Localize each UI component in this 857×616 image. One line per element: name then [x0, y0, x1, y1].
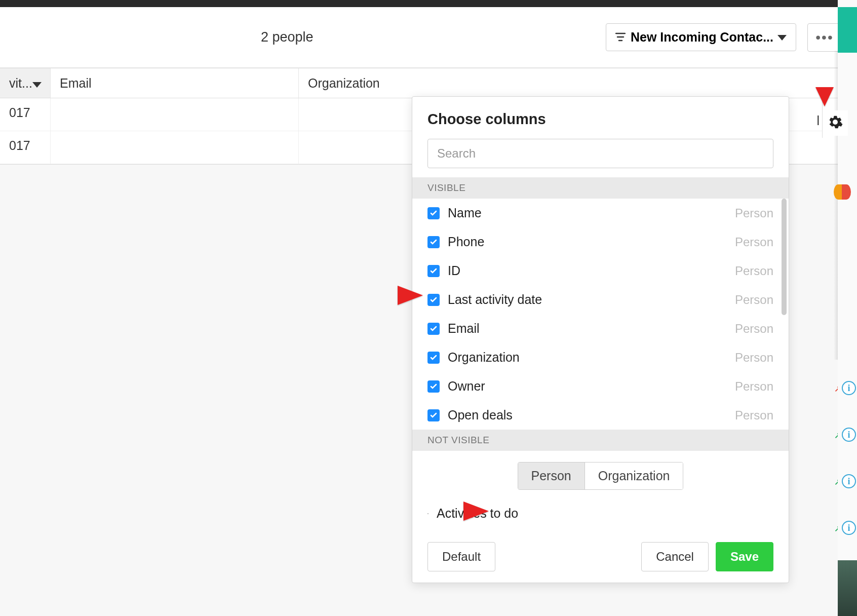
column-option-category: Person	[735, 408, 773, 422]
partial-column-header: l	[816, 113, 820, 128]
cell-activity: 017	[0, 98, 51, 131]
choose-columns-popover: Choose columns VISIBLE Name Person Phone…	[412, 96, 789, 583]
visible-columns-list: Name Person Phone Person ID Person Last …	[412, 199, 789, 430]
column-header-email[interactable]: Email	[51, 68, 299, 98]
checkbox-checked-icon[interactable]	[427, 265, 440, 277]
column-option-activities-to-do[interactable]: Activities to do	[412, 499, 789, 533]
table-header-row: vit... Email Organization	[0, 68, 857, 98]
column-option-label: Activities to do	[437, 506, 518, 521]
scrollbar[interactable]	[782, 199, 787, 315]
background-info-badge: i	[842, 381, 856, 426]
column-option-label: Organization	[448, 350, 735, 365]
filter-icon	[615, 30, 626, 45]
column-option-owner[interactable]: Owner Person	[412, 372, 789, 401]
popover-footer: Default Cancel Save	[412, 533, 789, 583]
entity-toggle-row: Person Organization	[412, 451, 789, 499]
column-option-label: ID	[448, 263, 735, 278]
column-option-category: Person	[735, 322, 773, 336]
column-option-label: Last activity date	[448, 292, 735, 307]
column-search-input[interactable]	[427, 139, 773, 168]
column-option-category: Person	[735, 379, 773, 394]
checkbox-checked-icon[interactable]	[427, 236, 440, 248]
column-option-label: Phone	[448, 235, 735, 249]
popover-title: Choose columns	[412, 97, 789, 139]
toggle-person[interactable]: Person	[518, 463, 585, 489]
annotation-arrow-id	[271, 283, 428, 308]
checkbox-checked-icon[interactable]	[427, 409, 440, 421]
columns-settings-button[interactable]	[823, 110, 848, 136]
background-info-badge: i	[842, 521, 856, 565]
section-visible-label: VISIBLE	[412, 177, 789, 199]
cancel-button[interactable]: Cancel	[641, 542, 709, 571]
background-red-dot	[842, 184, 851, 200]
column-option-name[interactable]: Name Person	[412, 199, 789, 227]
section-not-visible-label: NOT VISIBLE	[412, 430, 789, 451]
default-button[interactable]: Default	[427, 542, 495, 571]
column-option-label: Open deals	[448, 408, 735, 422]
column-option-category: Person	[735, 293, 773, 307]
chevron-down-icon	[32, 76, 42, 91]
checkbox-unchecked-icon[interactable]	[427, 513, 428, 514]
checkbox-checked-icon[interactable]	[427, 352, 440, 364]
save-button[interactable]: Save	[716, 542, 773, 571]
column-option-id[interactable]: ID Person	[412, 256, 789, 285]
cell-activity: 017	[0, 131, 51, 164]
top-bar	[0, 0, 857, 7]
gear-icon	[828, 114, 843, 132]
column-option-category: Person	[735, 351, 773, 365]
checkbox-checked-icon[interactable]	[427, 323, 440, 335]
checkbox-checked-icon[interactable]	[427, 207, 440, 219]
entity-toggle-group: Person Organization	[518, 462, 684, 490]
info-icon: i	[842, 428, 856, 442]
background-info-badge: i	[842, 474, 856, 519]
column-option-phone[interactable]: Phone Person	[412, 227, 789, 256]
background-image-fragment	[838, 560, 857, 616]
column-option-email[interactable]: Email Person	[412, 314, 789, 343]
column-option-organization[interactable]: Organization Person	[412, 343, 789, 372]
column-option-category: Person	[735, 235, 773, 249]
column-option-label: Name	[448, 206, 735, 220]
info-icon: i	[842, 474, 856, 488]
background-teal-block	[838, 7, 857, 53]
column-option-category: Person	[735, 264, 773, 278]
chevron-down-icon	[777, 31, 787, 43]
column-header-organization[interactable]: Organization	[299, 68, 857, 98]
info-icon: i	[842, 521, 856, 535]
column-header-activity[interactable]: vit...	[0, 68, 51, 98]
shadow-divider	[834, 51, 838, 360]
cell-email	[51, 131, 299, 164]
column-option-open-deals[interactable]: Open deals Person	[412, 401, 789, 430]
background-info-badge: i	[842, 428, 856, 472]
cell-email	[51, 98, 299, 131]
toggle-organization[interactable]: Organization	[585, 463, 683, 489]
column-option-label: Email	[448, 321, 735, 336]
column-option-category: Person	[735, 206, 773, 220]
checkbox-checked-icon[interactable]	[427, 380, 440, 393]
filter-label: New Incoming Contac...	[631, 30, 773, 45]
column-option-last-activity[interactable]: Last activity date Person	[412, 285, 789, 314]
people-count-label: 2 people	[261, 29, 314, 45]
filter-dropdown[interactable]: New Incoming Contac...	[606, 23, 796, 51]
column-option-label: Owner	[448, 379, 735, 394]
more-button[interactable]: •••	[807, 23, 842, 52]
info-icon: i	[842, 381, 856, 395]
more-icon: •••	[815, 29, 833, 46]
checkbox-checked-icon[interactable]	[427, 294, 440, 306]
column-header-activity-label: vit...	[9, 76, 32, 91]
page-header: 2 people New Incoming Contac... •••	[0, 7, 857, 68]
